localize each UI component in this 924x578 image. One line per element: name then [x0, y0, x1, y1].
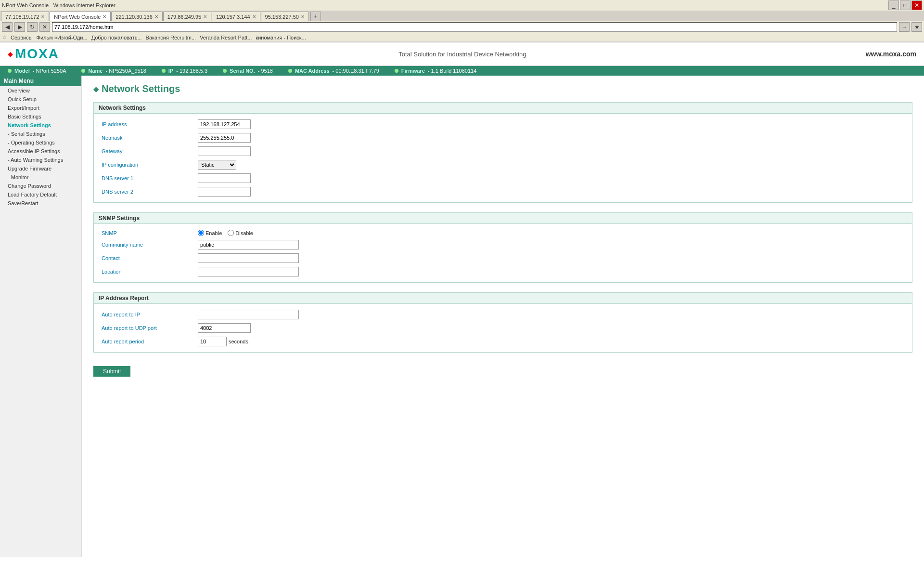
dns1-row: DNS server 1 — [102, 173, 904, 183]
tab-3[interactable]: 221.120.30.136 ✕ — [111, 12, 162, 21]
community-name-input[interactable] — [198, 240, 299, 250]
auto-report-ip-input[interactable] — [198, 310, 299, 319]
sidebar-item-monitor[interactable]: - Monitor — [0, 173, 81, 182]
snmp-disable-text: Disable — [235, 230, 253, 236]
auto-report-period-label: Auto report period — [102, 339, 198, 344]
location-input[interactable] — [198, 267, 299, 276]
status-label-mac: MAC Address — [295, 68, 330, 74]
sidebar-item-save-restart[interactable]: Save/Restart — [0, 199, 81, 208]
sidebar-item-load-factory[interactable]: Load Factory Default — [0, 190, 81, 199]
moxa-header: ◆ MOXA Total Solution for Industrial Dev… — [0, 42, 924, 66]
status-value-firmware: - 1.1 Build 11080114 — [428, 68, 477, 74]
snmp-disable-label[interactable]: Disable — [228, 230, 253, 236]
tab-2-label: NPort Web Console — [54, 14, 101, 20]
tab-4-close[interactable]: ✕ — [203, 14, 207, 19]
address-bar[interactable] — [52, 22, 897, 32]
tab-1-close[interactable]: ✕ — [41, 14, 45, 19]
tab-4[interactable]: 179.86.249.95 ✕ — [163, 12, 211, 21]
app-layout: Main Menu Overview Quick Setup Export/Im… — [0, 76, 924, 557]
bookmark-2[interactable]: Фильм «Изгой-Оди... — [37, 35, 88, 40]
status-mac: MAC Address - 00:90:E8:31:F7:79 — [288, 68, 379, 74]
close-button[interactable]: ✕ — [911, 0, 922, 10]
tab-5[interactable]: 120.157.3.144 ✕ — [212, 12, 260, 21]
status-label-ip: IP — [168, 68, 173, 74]
status-value-serial: - 9518 — [258, 68, 273, 74]
maximize-button[interactable]: □ — [900, 0, 911, 10]
sidebar-item-upgrade-firmware[interactable]: Upgrade Firmware — [0, 164, 81, 173]
location-label: Location — [102, 269, 198, 275]
page-title: ◆ Network Settings — [93, 83, 912, 94]
forward-button[interactable]: ▶ — [14, 22, 25, 32]
tab-3-label: 221.120.30.136 — [116, 14, 152, 20]
tab-6-close[interactable]: ✕ — [301, 14, 305, 19]
tab-1[interactable]: 77.108.19.172 ✕ — [1, 12, 49, 21]
moxa-logo: ◆ MOXA — [8, 46, 59, 62]
seconds-label: seconds — [229, 339, 248, 344]
status-firmware: Firmware - 1.1 Build 11080114 — [395, 68, 476, 74]
logo-diamond: ◆ — [8, 50, 13, 58]
gateway-input[interactable] — [198, 146, 251, 156]
status-value-mac: - 00:90:E8:31:F7:79 — [333, 68, 379, 74]
sidebar-item-basic-settings[interactable]: Basic Settings — [0, 112, 81, 121]
status-name: Name - NP5250A_9518 — [81, 68, 146, 74]
tab-6[interactable]: 95.153.227.50 ✕ — [261, 12, 309, 21]
sidebar-item-serial-settings[interactable]: - Serial Settings — [0, 130, 81, 138]
go-button[interactable]: → — [899, 22, 910, 32]
auto-report-period-row: Auto report period seconds — [102, 337, 904, 346]
page-title-diamond: ◆ — [93, 85, 99, 93]
bookmark-1[interactable]: Сервисы — [11, 35, 33, 40]
ip-address-input[interactable] — [198, 119, 251, 129]
back-button[interactable]: ◀ — [2, 22, 13, 32]
dns1-input[interactable] — [198, 173, 251, 183]
status-value-ip: - 192.168.5.3 — [176, 68, 207, 74]
minimize-button[interactable]: _ — [888, 0, 899, 10]
browser-toolbar: ◀ ▶ ↻ ✕ → ★ — [0, 21, 924, 33]
browser-tabs: 77.108.19.172 ✕ NPort Web Console ✕ 221.… — [0, 11, 924, 21]
dns1-label: DNS server 1 — [102, 175, 198, 181]
snmp-settings-header: SNMP Settings — [93, 212, 912, 224]
auto-report-udp-input[interactable] — [198, 323, 251, 333]
sidebar-item-network-settings[interactable]: Network Settings — [0, 121, 81, 130]
tab-4-label: 179.86.249.95 — [167, 14, 201, 20]
sidebar-item-accessible-ip[interactable]: Accessible IP Settings — [0, 147, 81, 156]
community-name-label: Community name — [102, 242, 198, 248]
bookmark-5[interactable]: Veranda Resort Patt... — [200, 35, 252, 40]
status-bar: Model - NPort 5250A Name - NP5250A_9518 … — [0, 66, 924, 76]
bookmark-3[interactable]: Добро пожаловать... — [91, 35, 142, 40]
tab-5-close[interactable]: ✕ — [252, 14, 256, 19]
sidebar-item-overview[interactable]: Overview — [0, 86, 81, 95]
auto-report-period-input[interactable] — [198, 337, 227, 346]
auto-report-udp-label: Auto report to UDP port — [102, 325, 198, 331]
snmp-enable-radio[interactable] — [198, 230, 204, 236]
dns2-input[interactable] — [198, 187, 251, 197]
status-value-name: - NP5250A_9518 — [105, 68, 146, 74]
submit-button[interactable]: Submit — [93, 366, 130, 377]
status-dot-firmware — [395, 69, 398, 73]
ip-address-report-section: IP Address Report Auto report to IP Auto… — [93, 292, 912, 353]
bookmark-6[interactable]: киномания - Поиск... — [256, 35, 306, 40]
favorites-button[interactable]: ★ — [911, 22, 922, 32]
new-tab-button[interactable]: + — [310, 12, 321, 21]
contact-input[interactable] — [198, 253, 299, 263]
tab-5-label: 120.157.3.144 — [216, 14, 250, 20]
sidebar-item-operating-settings[interactable]: - Operating Settings — [0, 138, 81, 147]
tab-3-close[interactable]: ✕ — [154, 14, 158, 19]
sidebar-item-change-password[interactable]: Change Password — [0, 182, 81, 190]
snmp-enable-label[interactable]: Enable — [198, 230, 222, 236]
ip-config-select[interactable]: Static DHCP BOOTP — [198, 160, 236, 170]
sidebar-item-export-import[interactable]: Export/Import — [0, 104, 81, 112]
status-model: Model - NPort 5250A — [8, 68, 66, 74]
stop-button[interactable]: ✕ — [39, 22, 50, 32]
refresh-button[interactable]: ↻ — [27, 22, 38, 32]
bookmark-4[interactable]: Вакансия Recruitm... — [146, 35, 196, 40]
network-settings-section: Network Settings IP address Netmask Gate… — [93, 102, 912, 203]
sidebar-item-auto-warning[interactable]: - Auto Warning Settings — [0, 156, 81, 164]
netmask-label: Netmask — [102, 135, 198, 141]
status-value-model: - NPort 5250A — [33, 68, 66, 74]
sidebar-item-quick-setup[interactable]: Quick Setup — [0, 95, 81, 104]
bookmarks-label: ☆ — [2, 34, 7, 40]
netmask-input[interactable] — [198, 133, 251, 143]
tab-2[interactable]: NPort Web Console ✕ — [50, 12, 111, 21]
snmp-disable-radio[interactable] — [228, 230, 234, 236]
tab-2-close[interactable]: ✕ — [103, 14, 106, 19]
